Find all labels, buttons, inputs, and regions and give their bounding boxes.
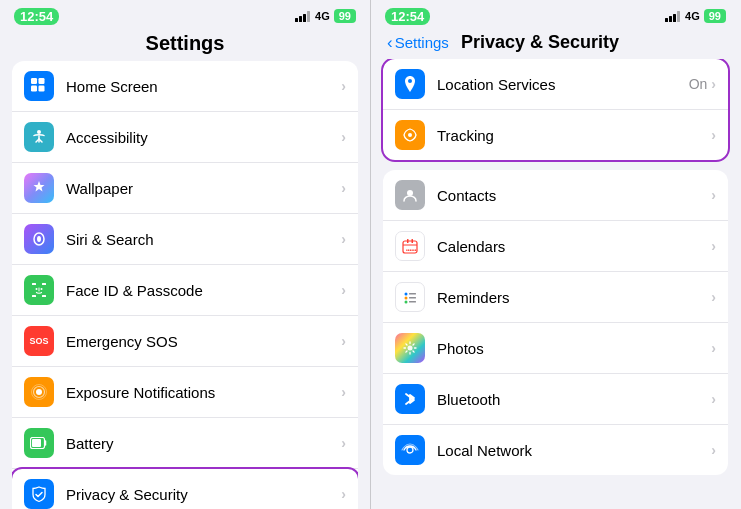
settings-item-battery[interactable]: Battery › (12, 418, 358, 469)
svg-point-33 (405, 293, 408, 296)
accessibility-chevron: › (341, 129, 346, 145)
right-time: 12:54 (385, 8, 430, 25)
svg-rect-11 (32, 283, 36, 285)
svg-point-28 (407, 190, 413, 196)
faceid-chevron: › (341, 282, 346, 298)
right-item-tracking[interactable]: Tracking › (383, 110, 728, 160)
svg-point-26 (408, 79, 412, 83)
calendars-chevron: › (711, 238, 716, 254)
svg-rect-7 (39, 86, 45, 92)
svg-point-40 (407, 447, 413, 453)
location-chevron: › (711, 76, 716, 92)
battery-label: Battery (66, 435, 341, 452)
svg-point-17 (36, 389, 42, 395)
back-button[interactable]: ‹ Settings (387, 33, 449, 53)
right-status-icons: 4G 99 (665, 9, 726, 23)
svg-rect-24 (673, 14, 676, 22)
right-item-photos[interactable]: Photos › (383, 323, 728, 374)
settings-item-accessibility[interactable]: Accessibility › (12, 112, 358, 163)
right-item-local-network[interactable]: Local Network › (383, 425, 728, 475)
location-label: Location Services (437, 76, 689, 93)
contacts-chevron: › (711, 187, 716, 203)
settings-item-faceid[interactable]: Face ID & Passcode › (12, 265, 358, 316)
siri-label: Siri & Search (66, 231, 341, 248)
right-page-title: Privacy & Security (461, 32, 619, 53)
svg-rect-37 (409, 297, 416, 299)
svg-rect-4 (31, 78, 37, 84)
contacts-icon (395, 180, 425, 210)
tracking-icon (395, 120, 425, 150)
right-status-bar: 12:54 4G 99 (371, 0, 740, 28)
svg-rect-12 (42, 283, 46, 285)
back-chevron-icon: ‹ (387, 33, 393, 53)
photos-icon (395, 333, 425, 363)
right-item-contacts[interactable]: Contacts › (383, 170, 728, 221)
svg-rect-6 (31, 86, 37, 92)
accessibility-icon (24, 122, 54, 152)
location-icon (395, 69, 425, 99)
right-network-label: 4G (685, 10, 700, 22)
right-mid-group: Contacts › •••••• Calendars › (383, 170, 728, 475)
svg-rect-21 (32, 439, 41, 447)
left-panel: 12:54 4G 99 Settings (0, 0, 370, 509)
settings-item-siri[interactable]: Siri & Search › (12, 214, 358, 265)
svg-rect-25 (677, 11, 680, 22)
accessibility-label: Accessibility (66, 129, 341, 146)
left-settings-group: Home Screen › Accessibility › (12, 61, 358, 509)
right-settings-list: Location Services On › Tracking › (371, 59, 740, 509)
bluetooth-chevron: › (711, 391, 716, 407)
right-item-bluetooth[interactable]: Bluetooth › (383, 374, 728, 425)
emergency-icon: SOS (24, 326, 54, 356)
svg-rect-5 (39, 78, 45, 84)
settings-item-wallpaper[interactable]: Wallpaper › (12, 163, 358, 214)
exposure-label: Exposure Notifications (66, 384, 341, 401)
settings-item-exposure[interactable]: Exposure Notifications › (12, 367, 358, 418)
local-network-chevron: › (711, 442, 716, 458)
left-settings-list: Home Screen › Accessibility › (0, 61, 370, 509)
left-status-bar: 12:54 4G 99 (0, 0, 370, 28)
emergency-label: Emergency SOS (66, 333, 341, 350)
svg-rect-36 (409, 293, 416, 295)
right-item-calendars[interactable]: •••••• Calendars › (383, 221, 728, 272)
right-item-reminders[interactable]: Reminders › (383, 272, 728, 323)
svg-rect-13 (32, 295, 36, 297)
location-value: On (689, 76, 708, 92)
svg-point-27 (408, 133, 412, 137)
home-screen-label: Home Screen (66, 78, 341, 95)
settings-item-privacy[interactable]: Privacy & Security › (12, 469, 358, 509)
right-item-location[interactable]: Location Services On › (383, 59, 728, 110)
right-top-group: Location Services On › Tracking › (383, 59, 728, 160)
svg-rect-14 (42, 295, 46, 297)
tracking-label: Tracking (437, 127, 711, 144)
settings-item-home-screen[interactable]: Home Screen › (12, 61, 358, 112)
back-label: Settings (395, 34, 449, 51)
home-screen-icon (24, 71, 54, 101)
svg-rect-1 (299, 16, 302, 22)
svg-point-8 (37, 130, 41, 134)
privacy-icon (24, 479, 54, 509)
svg-rect-22 (665, 18, 668, 22)
svg-rect-23 (669, 16, 672, 22)
right-nav-bar: ‹ Settings Privacy & Security (371, 28, 740, 59)
network-label: 4G (315, 10, 330, 22)
local-network-label: Local Network (437, 442, 711, 459)
svg-point-10 (37, 236, 41, 242)
home-screen-chevron: › (341, 78, 346, 94)
svg-rect-38 (409, 301, 416, 303)
battery-chevron: › (341, 435, 346, 451)
svg-rect-30 (407, 239, 409, 243)
local-network-icon (395, 435, 425, 465)
settings-item-emergency[interactable]: SOS Emergency SOS › (12, 316, 358, 367)
svg-point-39 (408, 346, 413, 351)
battery-item-icon (24, 428, 54, 458)
svg-point-16 (41, 288, 43, 290)
calendars-label: Calendars (437, 238, 711, 255)
photos-chevron: › (711, 340, 716, 356)
battery-badge: 99 (334, 9, 356, 23)
exposure-chevron: › (341, 384, 346, 400)
faceid-label: Face ID & Passcode (66, 282, 341, 299)
right-panel: 12:54 4G 99 ‹ Settings Privacy & Securit… (370, 0, 740, 509)
left-status-icons: 4G 99 (295, 9, 356, 23)
siri-chevron: › (341, 231, 346, 247)
svg-point-34 (405, 297, 408, 300)
